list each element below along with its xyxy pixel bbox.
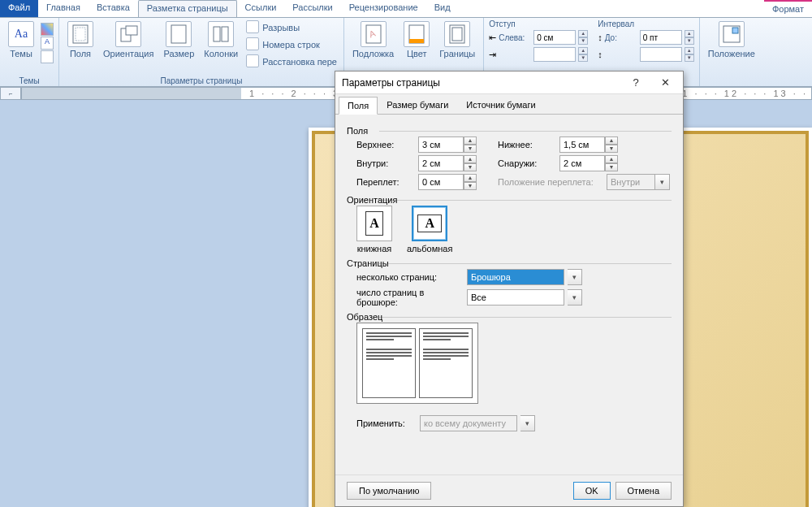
spacing-after-input[interactable]	[640, 47, 682, 62]
gutter-input[interactable]	[418, 174, 464, 190]
margin-outside-input[interactable]	[559, 155, 605, 171]
line-numbers-icon	[246, 37, 259, 50]
group-label-page-setup: Параметры страницы	[64, 76, 339, 86]
svg-rect-3	[126, 26, 137, 35]
columns-button[interactable]: Колонки	[201, 20, 241, 76]
size-button[interactable]: Размер	[160, 20, 197, 76]
dialog-title: Параметры страницы	[342, 77, 621, 89]
cancel-button[interactable]: Отмена	[615, 482, 672, 500]
tab-file[interactable]: Файл	[0, 0, 38, 17]
ruler-corner[interactable]: ⌐	[0, 87, 21, 100]
spacing-before-icon: ↕	[598, 32, 603, 42]
theme-colors-icon[interactable]	[41, 23, 54, 36]
line-numbers-button[interactable]: Номера строк	[244, 37, 339, 53]
sheets-per-booklet-select[interactable]	[467, 289, 564, 306]
page-borders-icon	[444, 21, 470, 47]
page-setup-dialog: Параметры страницы ? ✕ Поля Размер бумаг…	[335, 71, 684, 507]
tab-paper[interactable]: Размер бумаги	[378, 96, 457, 114]
margins-icon	[67, 21, 93, 47]
close-button[interactable]: ✕	[650, 74, 680, 92]
tab-format[interactable]: Формат	[764, 0, 812, 17]
indent-right-icon: ⇥	[489, 50, 496, 60]
breaks-icon	[246, 20, 259, 33]
theme-fonts-icon[interactable]: A	[41, 37, 54, 50]
help-button[interactable]: ?	[621, 74, 650, 92]
spacing-after-icon: ↕	[598, 50, 603, 59]
apply-to-select[interactable]	[420, 415, 517, 431]
tab-source[interactable]: Источник бумаги	[457, 96, 544, 114]
svg-rect-4	[171, 25, 186, 43]
orientation-icon	[115, 21, 141, 47]
spin-down[interactable]: ▼	[578, 37, 588, 45]
hyphenation-button[interactable]: Расстановка пере	[244, 54, 339, 70]
spacing-before-input[interactable]	[640, 30, 682, 45]
themes-label: Темы	[10, 49, 32, 58]
page-color-icon	[404, 21, 430, 47]
tab-page-layout[interactable]: Разметка страницы	[138, 0, 237, 17]
spacing-title: Интервал	[598, 20, 694, 28]
svg-rect-10	[409, 39, 424, 43]
spin-up[interactable]: ▲	[578, 30, 588, 37]
margin-top-input[interactable]	[418, 136, 464, 153]
columns-icon	[208, 21, 234, 47]
dialog-body: Поля Верхнее: ▲▼ Нижнее: ▲▼ Внутри: ▲▼ С…	[335, 115, 683, 474]
indent-title: Отступ	[489, 20, 588, 28]
tab-references[interactable]: Ссылки	[237, 0, 285, 17]
orientation-landscape[interactable]: A альбомная	[407, 206, 452, 254]
tab-insert[interactable]: Вставка	[89, 0, 138, 17]
page-borders-button[interactable]: Границы	[436, 20, 478, 76]
svg-rect-5	[214, 27, 220, 41]
watermark-icon: A	[361, 21, 387, 47]
ribbon-group-arrange: Положение	[700, 18, 763, 86]
indent-left-icon: ⇤	[489, 32, 496, 43]
multiple-pages-select[interactable]	[467, 269, 564, 285]
ribbon-group-themes: Aa Темы A Темы	[0, 18, 59, 86]
tab-margins[interactable]: Поля	[339, 97, 378, 115]
themes-button[interactable]: Aa Темы	[5, 20, 37, 76]
themes-icon: Aa	[8, 21, 34, 47]
dropdown-icon[interactable]: ▾	[568, 269, 582, 285]
main-tabbar: Файл Главная Вставка Разметка страницы С…	[0, 0, 812, 18]
gutter-pos-select	[607, 174, 655, 190]
size-icon	[166, 21, 192, 47]
theme-effects-icon[interactable]	[41, 50, 54, 63]
position-icon	[719, 21, 745, 47]
dialog-titlebar: Параметры страницы ? ✕	[335, 72, 683, 94]
ribbon-group-page-setup: Поля Ориентация Размер Колонки Разрывы Н…	[59, 18, 344, 86]
svg-rect-6	[222, 27, 228, 41]
margin-bottom-input[interactable]	[559, 136, 605, 153]
hyphen-icon	[246, 54, 259, 67]
position-button[interactable]: Положение	[705, 20, 758, 76]
tab-view[interactable]: Вид	[426, 0, 459, 17]
page-color-button[interactable]: Цвет	[400, 20, 433, 76]
dialog-tabs: Поля Размер бумаги Источник бумаги	[335, 94, 683, 115]
indent-left-input[interactable]	[533, 30, 576, 45]
watermark-button[interactable]: AПодложка	[349, 20, 397, 76]
orientation-portrait[interactable]: A книжная	[356, 206, 392, 254]
tab-mailings[interactable]: Рассылки	[284, 0, 340, 17]
dialog-footer: По умолчанию OK Отмена	[335, 474, 683, 506]
default-button[interactable]: По умолчанию	[347, 482, 431, 500]
ok-button[interactable]: OK	[573, 482, 611, 500]
margins-button[interactable]: Поля	[64, 20, 97, 76]
tab-review[interactable]: Рецензирование	[341, 0, 426, 17]
tab-home[interactable]: Главная	[38, 0, 89, 17]
breaks-button[interactable]: Разрывы	[244, 20, 339, 36]
orientation-button[interactable]: Ориентация	[100, 20, 157, 76]
svg-rect-14	[732, 28, 738, 33]
preview-pane	[356, 323, 478, 404]
indent-right-input[interactable]	[533, 47, 576, 62]
margin-inside-input[interactable]	[418, 155, 464, 171]
group-label-themes: Темы	[5, 76, 54, 86]
